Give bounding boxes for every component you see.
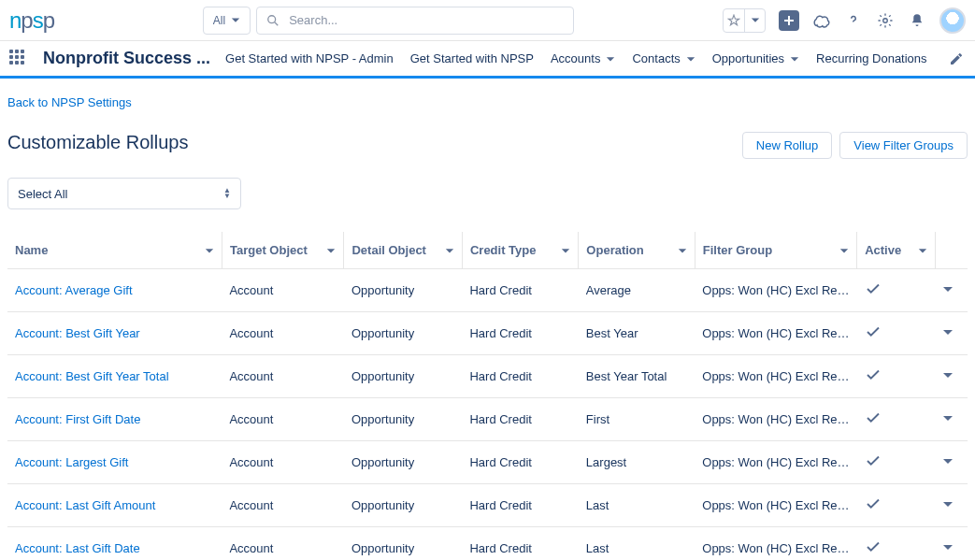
user-avatar[interactable]: [939, 7, 966, 34]
chevron-down-icon: [790, 54, 799, 64]
cell-actions[interactable]: [935, 441, 968, 484]
nav-item[interactable]: Recurring Donations: [816, 51, 932, 65]
logo-letter-p2: p: [43, 7, 54, 33]
row-action-menu-icon[interactable]: [942, 326, 953, 337]
cell-operation: Best Year Total: [579, 355, 695, 398]
star-icon[interactable]: [724, 9, 744, 32]
col-target-label: Target Object: [230, 243, 308, 257]
cell-actions[interactable]: [935, 312, 968, 355]
cell-actions[interactable]: [935, 484, 968, 527]
rollup-name-link[interactable]: Account: Last Gift Amount: [15, 498, 155, 512]
row-action-menu-icon[interactable]: [942, 498, 953, 510]
cell-credit: Hard Credit: [462, 441, 578, 484]
setup-gear-icon[interactable]: [876, 11, 895, 30]
cell-target: Account: [222, 355, 344, 398]
chevron-down-icon: [205, 246, 214, 255]
col-operation[interactable]: Operation: [579, 232, 695, 269]
sort-arrows-icon: ▲▼: [223, 188, 231, 199]
check-icon: [865, 452, 882, 469]
cell-detail: Opportunity: [344, 527, 462, 561]
nav-item[interactable]: Get Started with NPSP - Admin: [225, 51, 394, 65]
nav-item-label: Get Started with NPSP - Admin: [225, 51, 394, 65]
rollup-name-link[interactable]: Account: Average Gift: [15, 283, 133, 297]
search-icon: [266, 14, 280, 27]
page-content: Back to NPSP Settings Customizable Rollu…: [0, 79, 975, 560]
col-active-label: Active: [865, 243, 901, 257]
nav-item-label: Recurring Donations: [816, 51, 927, 65]
cell-detail: Opportunity: [344, 484, 462, 527]
new-rollup-button[interactable]: New Rollup: [742, 132, 832, 159]
rollup-name-link[interactable]: Account: Best Gift Year Total: [15, 369, 169, 383]
cell-active: [857, 398, 936, 441]
cell-operation: Largest: [579, 441, 695, 484]
filter-select[interactable]: Select All ▲▼: [7, 178, 241, 209]
view-filter-groups-button[interactable]: View Filter Groups: [839, 132, 968, 159]
check-icon: [865, 323, 882, 340]
row-action-menu-icon[interactable]: [942, 412, 953, 424]
nav-item[interactable]: Contacts: [632, 51, 695, 65]
favorites[interactable]: [723, 8, 766, 33]
cell-target: Account: [222, 398, 344, 441]
cell-actions[interactable]: [935, 527, 968, 561]
global-search[interactable]: [256, 7, 574, 35]
salesforce-help-icon[interactable]: [812, 11, 831, 30]
cell-actions[interactable]: [935, 269, 968, 312]
nav-item[interactable]: Opportunities: [712, 51, 799, 65]
page-actions: New Rollup View Filter Groups: [742, 132, 968, 159]
logo: npsp: [9, 7, 54, 34]
cell-actions[interactable]: [935, 355, 968, 398]
cell-filter: Opps: Won (HC) Excl RecT...: [695, 484, 856, 527]
col-detail[interactable]: Detail Object: [344, 232, 462, 269]
cell-name: Account: Last Gift Date: [7, 527, 222, 561]
col-name[interactable]: Name: [7, 232, 222, 269]
back-to-settings-link[interactable]: Back to NPSP Settings: [7, 95, 132, 109]
rollup-name-link[interactable]: Account: Last Gift Date: [15, 541, 140, 555]
cell-active: [857, 527, 936, 561]
cell-target: Account: [222, 441, 344, 484]
cell-filter: Opps: Won (HC) Excl RecT...: [695, 269, 856, 312]
rollup-name-link[interactable]: Account: Best Gift Year: [15, 326, 140, 340]
cell-credit: Hard Credit: [462, 269, 578, 312]
col-credit[interactable]: Credit Type: [462, 232, 578, 269]
nav-item[interactable]: Accounts: [551, 51, 615, 65]
cell-active: [857, 269, 936, 312]
cell-credit: Hard Credit: [462, 355, 578, 398]
col-name-label: Name: [15, 243, 48, 257]
search-input[interactable]: [287, 12, 564, 28]
edit-nav-icon[interactable]: [947, 50, 966, 68]
chevron-down-icon: [678, 246, 687, 255]
rollups-table: Name Target Object Detail Object Credit …: [7, 232, 968, 560]
col-target[interactable]: Target Object: [222, 232, 344, 269]
row-action-menu-icon[interactable]: [942, 369, 953, 381]
col-credit-label: Credit Type: [470, 243, 537, 257]
col-filter[interactable]: Filter Group: [695, 232, 856, 269]
svg-point-0: [268, 15, 276, 22]
col-actions: [935, 232, 968, 269]
object-switcher[interactable]: All: [203, 7, 251, 35]
nav-item-label: Accounts: [551, 51, 600, 65]
global-actions-button[interactable]: [779, 10, 799, 31]
object-switcher-label: All: [213, 14, 225, 27]
row-action-menu-icon[interactable]: [942, 283, 953, 294]
check-icon: [865, 409, 882, 426]
rollup-name-link[interactable]: Account: Largest Gift: [15, 455, 128, 469]
notifications-bell-icon[interactable]: [908, 11, 926, 30]
check-icon: [865, 366, 882, 383]
favorites-dropdown[interactable]: [744, 9, 765, 32]
row-action-menu-icon[interactable]: [942, 455, 953, 467]
cell-credit: Hard Credit: [462, 312, 578, 355]
help-icon[interactable]: [844, 11, 863, 30]
cell-filter: Opps: Won (HC) Excl RecT...: [695, 441, 856, 484]
cell-actions[interactable]: [935, 398, 968, 441]
app-launcher-icon[interactable]: [9, 50, 28, 68]
cell-filter: Opps: Won (HC) Excl RecT...: [695, 312, 856, 355]
cell-credit: Hard Credit: [462, 527, 578, 561]
row-action-menu-icon[interactable]: [942, 541, 953, 553]
nav-item[interactable]: Get Started with NPSP: [410, 51, 534, 65]
cell-name: Account: Average Gift: [7, 269, 222, 312]
cell-credit: Hard Credit: [462, 398, 578, 441]
table-row: Account: First Gift DateAccountOpportuni…: [7, 398, 968, 441]
col-active[interactable]: Active: [857, 232, 936, 269]
rollup-name-link[interactable]: Account: First Gift Date: [15, 412, 140, 426]
cell-operation: Average: [579, 269, 695, 312]
